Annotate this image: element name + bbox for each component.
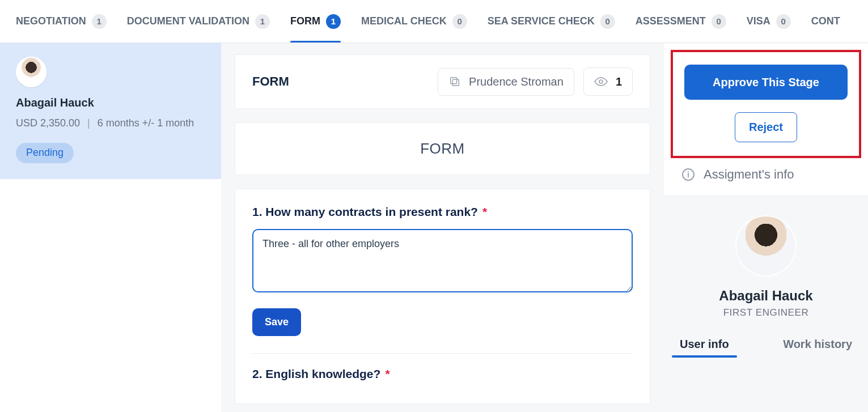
meta-separator: | bbox=[87, 115, 90, 131]
assigned-to-chip[interactable]: Prudence Stroman bbox=[438, 68, 574, 96]
views-chip[interactable]: 1 bbox=[583, 67, 633, 96]
assigned-to: Prudence Stroman bbox=[469, 75, 564, 88]
profile-name: Abagail Hauck bbox=[664, 288, 868, 304]
profile-role: FIRST ENGINEER bbox=[664, 307, 868, 318]
profile-tabs: User info Work history bbox=[664, 318, 868, 356]
tab-badge: 0 bbox=[452, 14, 467, 29]
status-badge: Pending bbox=[16, 143, 74, 163]
tab-cont[interactable]: CONT bbox=[811, 0, 840, 43]
save-button[interactable]: Save bbox=[252, 308, 301, 336]
tab-negotiation[interactable]: NEGOTIATION 1 bbox=[16, 0, 107, 43]
tab-label: VISA bbox=[747, 15, 770, 27]
required-asterisk: * bbox=[482, 205, 487, 219]
profile-card: Abagail Hauck FIRST ENGINEER User info W… bbox=[664, 196, 868, 412]
tab-assessment[interactable]: ASSESSMENT 0 bbox=[636, 0, 726, 43]
info-icon: i bbox=[682, 168, 695, 181]
right-column: Approve This Stage Reject i Assigment's … bbox=[664, 43, 868, 412]
question-1-input[interactable]: Three - all for other employers bbox=[252, 229, 633, 292]
tab-label: DOCUMENT VALIDATION bbox=[127, 15, 249, 27]
avatar bbox=[16, 57, 46, 87]
question-1-label: 1. How many contracts in present rank? bbox=[252, 205, 478, 219]
section-title: FORM bbox=[235, 122, 650, 175]
stage-tabs: NEGOTIATION 1 DOCUMENT VALIDATION 1 FORM… bbox=[0, 0, 868, 43]
duration: 6 months +/- 1 month bbox=[98, 117, 194, 129]
required-asterisk: * bbox=[385, 367, 389, 381]
question-2: 2. English knowledge? * bbox=[252, 367, 633, 381]
eye-icon bbox=[594, 75, 608, 88]
candidate-name: Abagail Hauck bbox=[16, 96, 205, 109]
tab-label: NEGOTIATION bbox=[16, 15, 86, 27]
tab-badge: 1 bbox=[255, 14, 270, 29]
question-1: 1. How many contracts in present rank? * bbox=[252, 205, 633, 219]
tab-badge: 0 bbox=[776, 14, 791, 29]
salary: USD 2,350.00 bbox=[16, 117, 80, 129]
candidate-card[interactable]: Abagail Hauck USD 2,350.00 | 6 months +/… bbox=[0, 43, 221, 179]
main-column: FORM Prudence Stroman 1 bbox=[221, 43, 664, 412]
tab-visa[interactable]: VISA 0 bbox=[747, 0, 791, 43]
tab-label: SEA SERVICE CHECK bbox=[488, 15, 595, 27]
candidate-meta: USD 2,350.00 | 6 months +/- 1 month bbox=[16, 115, 205, 131]
stage-actions: Approve This Stage Reject bbox=[671, 50, 861, 158]
assignment-info[interactable]: i Assigment's info bbox=[664, 162, 868, 196]
question-2-label: 2. English knowledge? bbox=[252, 367, 380, 381]
header-title: FORM bbox=[252, 74, 289, 89]
tab-label: CONT bbox=[811, 15, 840, 27]
svg-rect-1 bbox=[451, 78, 457, 84]
tab-user-info[interactable]: User info bbox=[680, 338, 729, 356]
form-card: 1. How many contracts in present rank? *… bbox=[235, 189, 650, 404]
assignment-label: Assigment's info bbox=[704, 167, 794, 182]
tab-label: MEDICAL CHECK bbox=[361, 15, 447, 27]
approve-button[interactable]: Approve This Stage bbox=[684, 65, 848, 100]
views-count: 1 bbox=[616, 75, 622, 88]
tab-label: FORM bbox=[290, 15, 320, 27]
reject-button[interactable]: Reject bbox=[735, 112, 797, 142]
tab-badge: 1 bbox=[92, 14, 107, 29]
tab-label: ASSESSMENT bbox=[636, 15, 706, 27]
svg-point-2 bbox=[599, 80, 603, 83]
tab-badge: 0 bbox=[712, 14, 726, 29]
tab-medical-check[interactable]: MEDICAL CHECK 0 bbox=[361, 0, 467, 43]
tab-badge: 0 bbox=[600, 14, 615, 29]
divider bbox=[252, 353, 633, 354]
svg-rect-0 bbox=[452, 79, 459, 86]
tab-badge: 1 bbox=[326, 14, 341, 29]
form-header: FORM Prudence Stroman 1 bbox=[235, 54, 650, 109]
avatar bbox=[735, 215, 797, 277]
copy-icon bbox=[448, 75, 461, 88]
tab-work-history[interactable]: Work history bbox=[783, 338, 852, 356]
tab-sea-service-check[interactable]: SEA SERVICE CHECK 0 bbox=[488, 0, 615, 43]
sidebar: Abagail Hauck USD 2,350.00 | 6 months +/… bbox=[0, 43, 221, 412]
tab-document-validation[interactable]: DOCUMENT VALIDATION 1 bbox=[127, 0, 270, 43]
tab-form[interactable]: FORM 1 bbox=[290, 0, 341, 43]
